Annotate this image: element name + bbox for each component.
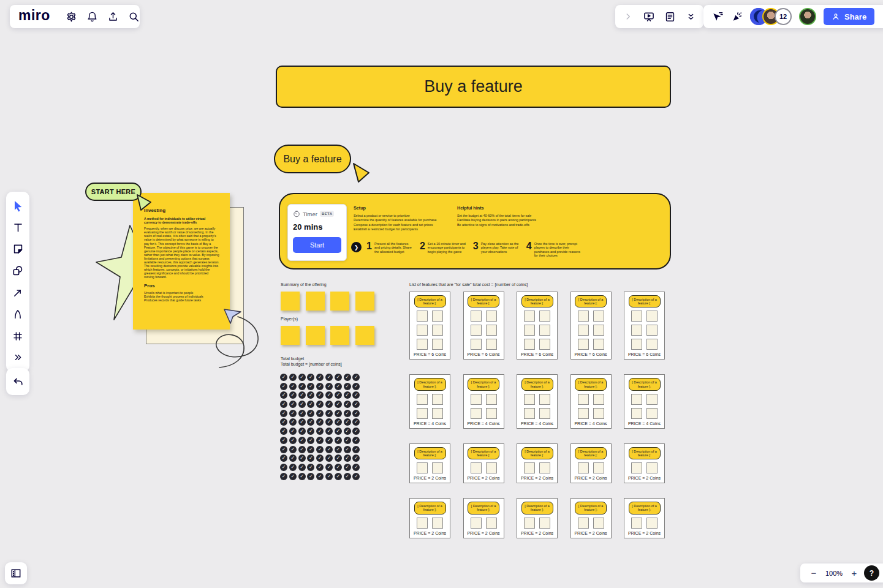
speech-bubble[interactable]: Buy a feature [274, 145, 351, 173]
coin-icon[interactable]: ✓ [280, 437, 287, 444]
share-button[interactable]: Share [824, 8, 874, 25]
coin-icon[interactable]: ✓ [307, 428, 314, 435]
coin-icon[interactable]: ✓ [316, 446, 324, 453]
coin-icon[interactable]: ✓ [289, 473, 297, 480]
coin-icon[interactable]: ✓ [352, 401, 360, 408]
coin-slot[interactable] [631, 394, 642, 405]
coin-icon[interactable]: ✓ [344, 391, 351, 399]
coin-icon[interactable]: ✓ [352, 428, 360, 435]
feature-description-label[interactable]: [ Description of a feature ]: [521, 378, 553, 390]
coin-icon[interactable]: ✓ [298, 454, 306, 462]
coin-icon[interactable]: ✓ [289, 454, 297, 462]
coin-icon[interactable]: ✓ [316, 454, 324, 462]
coin-slot[interactable] [646, 339, 658, 350]
coin-icon[interactable]: ✓ [352, 410, 360, 417]
coin-slot[interactable] [471, 394, 482, 405]
coin-slot[interactable] [417, 462, 428, 473]
feature-description-label[interactable]: [ Description of a feature ]: [575, 378, 607, 390]
feature-description-label[interactable]: [ Description of a feature ]: [521, 502, 553, 514]
coin-icon[interactable]: ✓ [352, 473, 360, 480]
coin-icon[interactable]: ✓ [325, 391, 333, 399]
coin-slot[interactable] [486, 394, 497, 405]
coin-icon[interactable]: ✓ [344, 410, 351, 417]
feature-card[interactable]: [ Description of a feature ]:PRICE = 6 C… [624, 292, 665, 360]
feature-card[interactable]: [ Description of a feature ]:PRICE = 2 C… [463, 498, 504, 538]
feature-description-label[interactable]: [ Description of a feature ]: [629, 295, 661, 307]
search-icon[interactable] [125, 7, 143, 26]
zoom-level[interactable]: 100% [822, 570, 846, 577]
coin-icon[interactable]: ✓ [280, 401, 287, 408]
coin-icon[interactable]: ✓ [289, 464, 297, 471]
feature-card[interactable]: [ Description of a feature ]:PRICE = 2 C… [517, 498, 558, 538]
frames-panel-button[interactable] [5, 562, 27, 584]
sticky-note[interactable] [330, 292, 349, 311]
feature-card[interactable]: [ Description of a feature ]:PRICE = 2 C… [624, 498, 665, 538]
coin-slot[interactable] [631, 339, 642, 350]
coin-icon[interactable]: ✓ [307, 454, 314, 462]
avatar-current-user[interactable] [799, 8, 816, 25]
coin-icon[interactable]: ✓ [325, 437, 333, 444]
feature-description-label[interactable]: [ Description of a feature ]: [521, 447, 553, 459]
select-cursor-icon[interactable] [708, 7, 727, 26]
coin-icon[interactable]: ✓ [280, 473, 287, 480]
coin-slot[interactable] [578, 339, 589, 350]
coin-slot[interactable] [578, 394, 589, 405]
coin-slot[interactable] [417, 394, 428, 405]
select-icon[interactable] [9, 197, 27, 215]
coin-slot[interactable] [432, 408, 443, 419]
coin-slot[interactable] [578, 518, 589, 529]
feature-description-label[interactable]: [ Description of a feature ]: [468, 295, 499, 307]
feature-description-label[interactable]: [ Description of a feature ]: [468, 502, 499, 514]
coin-icon[interactable]: ✓ [335, 428, 342, 435]
coin-slot[interactable] [578, 408, 589, 419]
coin-icon[interactable]: ✓ [289, 374, 297, 381]
coin-icon[interactable]: ✓ [325, 428, 333, 435]
coin-icon[interactable]: ✓ [307, 391, 314, 399]
coin-slot[interactable] [471, 311, 482, 322]
coin-slot[interactable] [593, 408, 604, 419]
feature-description-label[interactable]: [ Description of a feature ]: [414, 295, 446, 307]
coin-icon[interactable]: ✓ [325, 410, 333, 417]
coin-icon[interactable]: ✓ [335, 418, 342, 426]
sticky-note[interactable] [306, 326, 325, 345]
text-icon[interactable] [9, 218, 27, 236]
coin-icon[interactable]: ✓ [298, 391, 306, 399]
coin-icon[interactable]: ✓ [280, 374, 287, 381]
coin-icon[interactable]: ✓ [280, 418, 287, 426]
coin-slot[interactable] [646, 408, 658, 419]
coin-icon[interactable]: ✓ [298, 401, 306, 408]
collapse-icon[interactable] [619, 7, 637, 26]
coin-slot[interactable] [578, 462, 589, 473]
coin-icon[interactable]: ✓ [325, 446, 333, 453]
help-button[interactable]: ? [864, 565, 879, 581]
coin-slot[interactable] [471, 339, 482, 350]
coin-icon[interactable]: ✓ [325, 383, 333, 390]
feature-card[interactable]: [ Description of a feature ]:PRICE = 2 C… [570, 443, 612, 483]
coin-icon[interactable]: ✓ [316, 428, 324, 435]
feature-card[interactable]: [ Description of a feature ]:PRICE = 4 C… [409, 374, 450, 428]
coin-icon[interactable]: ✓ [280, 383, 287, 390]
coin-icon[interactable]: ✓ [280, 464, 287, 471]
coin-icon[interactable]: ✓ [289, 391, 297, 399]
coin-icon[interactable]: ✓ [280, 454, 287, 462]
coin-slot[interactable] [593, 394, 604, 405]
coin-icon[interactable]: ✓ [289, 418, 297, 426]
coin-slot[interactable] [524, 311, 535, 322]
feature-description-label[interactable]: [ Description of a feature ]: [629, 502, 661, 514]
coin-slot[interactable] [524, 462, 535, 473]
coin-icon[interactable]: ✓ [352, 374, 360, 381]
coin-slot[interactable] [646, 311, 658, 322]
coin-icon[interactable]: ✓ [316, 383, 324, 390]
coin-slot[interactable] [417, 339, 428, 350]
coin-icon[interactable]: ✓ [307, 410, 314, 417]
coin-slot[interactable] [524, 394, 535, 405]
coin-icon[interactable]: ✓ [298, 446, 306, 453]
coin-slot[interactable] [486, 325, 497, 336]
coin-slot[interactable] [486, 462, 497, 473]
export-icon[interactable] [104, 7, 123, 26]
coin-slot[interactable] [417, 325, 428, 336]
coin-slot[interactable] [524, 408, 535, 419]
coin-slot[interactable] [524, 325, 535, 336]
collaborator-count-badge[interactable]: 12 [775, 8, 792, 25]
coin-slot[interactable] [593, 339, 604, 350]
